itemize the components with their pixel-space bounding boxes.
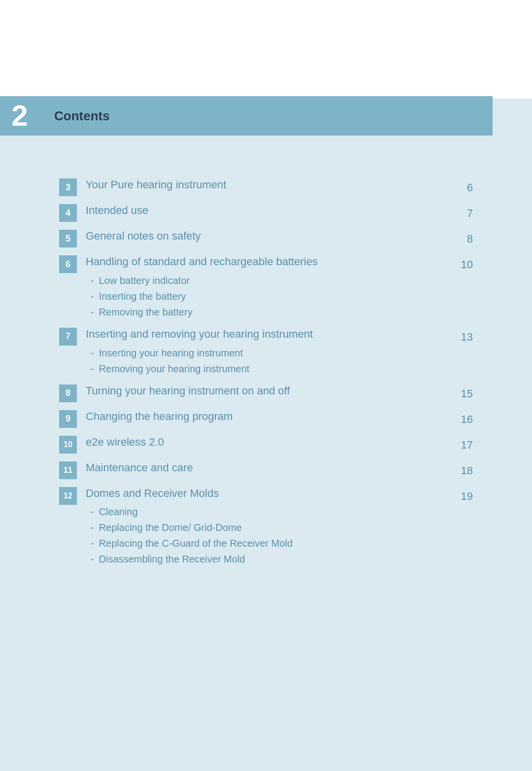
toc-subitem-6-2: Inserting the battery — [91, 288, 193, 304]
toc-page-8: 15 — [461, 387, 473, 400]
header-bar: Contents — [39, 96, 493, 136]
toc-title-5: General notes on safety — [86, 229, 201, 244]
toc-item-4: 4 Intended use 7 — [59, 203, 473, 222]
toc-page-3: 6 — [467, 181, 473, 194]
toc-title-11: Maintenance and care — [86, 460, 193, 476]
toc-subitems-7: Inserting your hearing instrument Removi… — [86, 345, 249, 377]
toc-item-6: 6 Handling of standard and rechargeable … — [59, 254, 473, 320]
toc-subitems-12: Cleaning Replacing the Dome/ Grid-Dome R… — [86, 504, 293, 567]
toc-subitem-7-1: Inserting your hearing instrument — [91, 345, 249, 361]
toc-number-5: 5 — [59, 230, 77, 247]
toc-page-5: 8 — [467, 233, 473, 245]
toc-item-10: 10 e2e wireless 2.0 17 — [59, 435, 473, 454]
toc-item-11: 11 Maintenance and care 18 — [59, 460, 473, 479]
toc-number-7: 7 — [59, 328, 77, 346]
toc-title-12: Domes and Receiver Molds — [86, 486, 219, 501]
page-wrapper: 2 Contents 3 Your Pure hearing instrumen… — [0, 0, 532, 771]
toc-item-12: 12 Domes and Receiver Molds 19 Cleaning … — [59, 486, 473, 567]
toc-title-9: Changing the hearing program — [86, 409, 233, 424]
toc-item-7: 7 Inserting and removing your hearing in… — [59, 327, 473, 377]
toc-title-4: Intended use — [86, 203, 148, 218]
toc-number-10: 10 — [59, 436, 77, 454]
toc-number-12: 12 — [59, 487, 77, 505]
toc-number-11: 11 — [59, 461, 77, 479]
toc-item-9: 9 Changing the hearing program 16 — [59, 409, 473, 428]
top-white-area — [0, 0, 532, 99]
toc-item-5: 5 General notes on safety 8 — [59, 229, 473, 247]
toc-subitem-6-3: Removing the battery — [91, 304, 193, 320]
toc-subitem-7-2: Removing your hearing instrument — [91, 361, 249, 377]
toc-subitem-12-1: Cleaning — [91, 504, 293, 520]
toc-page-9: 16 — [461, 413, 473, 426]
toc-number-6: 6 — [59, 255, 77, 273]
toc-item-3: 3 Your Pure hearing instrument 6 — [59, 177, 473, 196]
toc-number-8: 8 — [59, 385, 77, 402]
toc-page-11: 18 — [461, 464, 473, 477]
toc-number-9: 9 — [59, 410, 77, 428]
toc-subitem-6-1: Low battery indicator — [91, 273, 193, 288]
toc-subitems-6: Low battery indicator Inserting the batt… — [86, 273, 193, 320]
toc-subitem-12-3: Replacing the C-Guard of the Receiver Mo… — [91, 535, 293, 551]
toc-page-10: 17 — [461, 439, 473, 452]
toc-page-6: 10 — [461, 258, 473, 271]
header-title: Contents — [54, 108, 110, 124]
toc-subitem-12-4: Disassembling the Receiver Mold — [91, 551, 293, 567]
page-number: 2 — [11, 101, 28, 131]
toc-title-6: Handling of standard and rechargeable ba… — [86, 254, 318, 270]
toc-subitem-12-2: Replacing the Dome/ Grid-Dome — [91, 520, 293, 535]
toc-title-3: Your Pure hearing instrument — [86, 177, 226, 193]
toc-page-7: 13 — [461, 331, 473, 344]
toc-page-12: 19 — [461, 490, 473, 503]
toc-number-4: 4 — [59, 204, 77, 222]
toc-title-8: Turning your hearing instrument on and o… — [86, 384, 290, 399]
toc-page-4: 7 — [467, 207, 473, 220]
page-number-badge: 2 — [0, 96, 39, 136]
toc-title-10: e2e wireless 2.0 — [86, 435, 164, 450]
toc-item-8: 8 Turning your hearing instrument on and… — [59, 384, 473, 402]
toc-title-7: Inserting and removing your hearing inst… — [86, 327, 313, 342]
main-content: 3 Your Pure hearing instrument 6 4 In — [39, 163, 493, 589]
toc-number-3: 3 — [59, 178, 77, 196]
